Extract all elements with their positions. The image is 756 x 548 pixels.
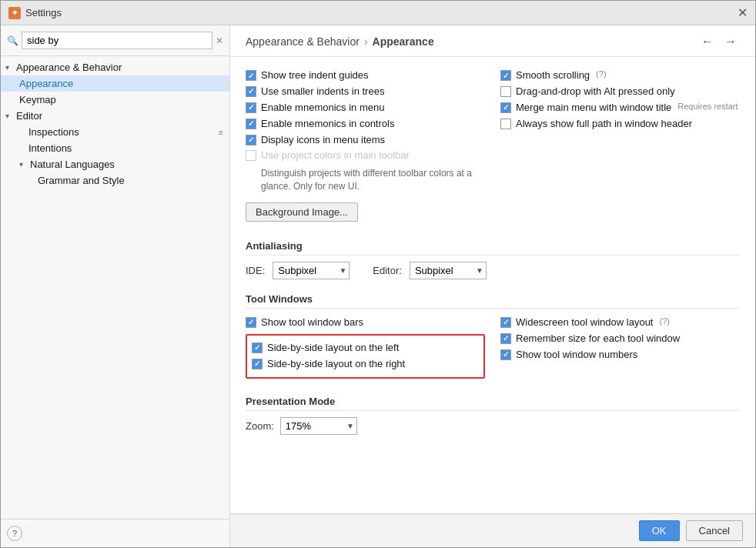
window-title: Settings <box>25 7 738 18</box>
title-bar: ✦ Settings ✕ <box>1 1 755 25</box>
side-by-side-left-label: Side-by-side layout on the left <box>267 342 399 355</box>
enable-mnemonics-controls-checkbox[interactable]: ✓ <box>246 119 256 129</box>
search-clear-icon[interactable]: ✕ <box>216 35 223 46</box>
drag-drop-row: Drag-and-drop with Alt pressed only <box>500 84 740 100</box>
appearance-settings-section: ✓ Show tree indent guides ✓ Use smaller … <box>246 68 740 226</box>
expand-arrow: ▾ <box>19 160 27 169</box>
show-tool-window-bars-checkbox[interactable]: ✓ <box>246 317 256 328</box>
always-show-path-label: Always show full path in window header <box>516 118 692 131</box>
display-icons-checkbox[interactable]: ✓ <box>246 135 256 145</box>
highlighted-box: ✓ Side-by-side layout on the left ✓ Side… <box>246 334 485 379</box>
enable-mnemonics-menu-checkbox[interactable]: ✓ <box>246 102 256 113</box>
sidebar-label: Appearance <box>19 78 73 89</box>
close-button[interactable]: ✕ <box>738 5 748 20</box>
ide-antialiasing-dropdown[interactable]: Subpixel <box>273 262 350 279</box>
remember-size-row: ✓ Remember size for each tool window <box>500 331 740 347</box>
smooth-scrolling-checkbox[interactable]: ✓ <box>500 70 511 81</box>
zoom-dropdown[interactable]: 175% <box>280 417 357 435</box>
presentation-title: Presentation Mode <box>246 396 740 411</box>
tool-windows-grid: ✓ Show tool window bars ✓ Side-by-side l… <box>246 315 740 382</box>
merge-main-menu-label: Merge main menu with window title <box>516 102 671 115</box>
display-icons-label: Display icons in menu items <box>261 134 385 147</box>
settings-grid: ✓ Show tree indent guides ✓ Use smaller … <box>246 68 740 226</box>
nav-arrows: ← → <box>698 33 740 50</box>
show-numbers-checkbox[interactable]: ✓ <box>500 349 511 360</box>
always-show-path-checkbox[interactable] <box>500 119 511 129</box>
expand-arrow: ▾ <box>5 63 13 72</box>
breadcrumb-separator: › <box>364 35 368 48</box>
side-by-side-left-row: ✓ Side-by-side layout on the left <box>252 340 479 356</box>
sidebar-label: Appearance & Behavior <box>16 62 122 73</box>
drag-drop-checkbox[interactable] <box>500 86 511 97</box>
sidebar-item-grammar-style[interactable]: Grammar and Style <box>1 172 229 189</box>
sidebar-item-appearance[interactable]: Appearance <box>1 75 229 92</box>
antialiasing-section: Antialiasing IDE: Subpixel ▼ Editor: <box>246 240 740 279</box>
sidebar-item-intentions[interactable]: Intentions <box>1 140 229 156</box>
sidebar-label: Natural Languages <box>30 159 115 170</box>
background-image-button[interactable]: Background Image... <box>246 202 358 222</box>
app-icon: ✦ <box>8 7 21 19</box>
show-tree-indent-label: Show tree indent guides <box>261 69 368 82</box>
use-project-colors-row: Use project colors in main toolbar <box>246 148 485 164</box>
widescreen-layout-checkbox[interactable]: ✓ <box>500 317 511 328</box>
ide-dropdown-wrap: Subpixel ▼ <box>273 262 350 279</box>
main-header: Appearance & Behavior › Appearance ← → <box>230 25 755 57</box>
use-project-colors-checkbox[interactable] <box>246 150 256 161</box>
side-by-side-right-checkbox[interactable]: ✓ <box>252 359 263 369</box>
widescreen-help-icon: (?) <box>659 316 669 326</box>
search-input[interactable] <box>22 32 212 49</box>
smaller-indents-checkbox[interactable]: ✓ <box>246 86 256 97</box>
bottom-right: OK Cancel <box>639 520 743 541</box>
zoom-label: Zoom: <box>246 420 274 432</box>
always-show-path-row: Always show full path in window header <box>500 116 740 132</box>
smooth-scrolling-help-icon: (?) <box>596 69 606 79</box>
merge-main-menu-checkbox[interactable]: ✓ <box>500 102 511 113</box>
enable-mnemonics-controls-label: Enable mnemonics in controls <box>261 118 394 131</box>
sidebar-bottom: ? <box>1 519 229 547</box>
main-panel: Appearance & Behavior › Appearance ← → <box>230 25 755 547</box>
editor-antialiasing-dropdown[interactable]: Subpixel <box>410 262 487 279</box>
ok-button[interactable]: OK <box>639 520 680 541</box>
sidebar-item-keymap[interactable]: Keymap <box>1 92 229 108</box>
merge-main-menu-note: Requires restart <box>677 102 738 111</box>
nav-forward-button[interactable]: → <box>721 33 740 50</box>
bottom-bar: OK Cancel <box>230 513 755 547</box>
presentation-section: Presentation Mode Zoom: 175% ▼ <box>246 396 740 435</box>
show-tree-indent-checkbox[interactable]: ✓ <box>246 70 256 81</box>
sidebar-tree: ▾ Appearance & Behavior Appearance Keyma… <box>1 56 229 519</box>
remember-size-checkbox[interactable]: ✓ <box>500 333 511 344</box>
enable-mnemonics-controls-row: ✓ Enable mnemonics in controls <box>246 116 485 132</box>
main-content: ✓ Show tree indent guides ✓ Use smaller … <box>230 57 755 513</box>
help-button[interactable]: ? <box>7 526 22 541</box>
nav-back-button[interactable]: ← <box>698 33 717 50</box>
widescreen-layout-label: Widescreen tool window layout <box>516 316 653 329</box>
sidebar: 🔍 ✕ ▾ Appearance & Behavior Appearance K… <box>1 25 230 547</box>
search-bar: 🔍 ✕ <box>1 25 229 56</box>
widescreen-layout-row: ✓ Widescreen tool window layout (?) <box>500 315 740 331</box>
project-colors-description: Distinguish projects with different tool… <box>261 167 485 193</box>
sidebar-label: Editor <box>16 110 42 122</box>
sidebar-item-natural-languages[interactable]: ▾ Natural Languages <box>1 156 229 172</box>
search-icon: 🔍 <box>7 35 18 46</box>
sidebar-item-appearance-behavior[interactable]: ▾ Appearance & Behavior <box>1 59 229 75</box>
sidebar-item-inspections[interactable]: Inspections ≡ <box>1 124 229 140</box>
tool-windows-section: Tool Windows ✓ Show tool window bars ✓ <box>246 293 740 382</box>
show-numbers-label: Show tool window numbers <box>516 349 637 362</box>
smooth-scrolling-row: ✓ Smooth scrolling (?) <box>500 68 740 84</box>
side-by-side-left-checkbox[interactable]: ✓ <box>252 342 263 353</box>
show-numbers-row: ✓ Show tool window numbers <box>500 347 740 363</box>
smaller-indents-row: ✓ Use smaller indents in trees <box>246 84 485 100</box>
use-project-colors-label: Use project colors in main toolbar <box>261 149 410 162</box>
sidebar-label: Intentions <box>28 142 72 154</box>
sidebar-item-editor[interactable]: ▾ Editor <box>1 108 229 124</box>
cancel-button[interactable]: Cancel <box>686 520 743 541</box>
settings-window: ✦ Settings ✕ 🔍 ✕ ▾ Appearance & Behavior… <box>0 0 756 548</box>
breadcrumb-current: Appearance <box>373 35 434 48</box>
antialiasing-title: Antialiasing <box>246 240 740 256</box>
show-tool-window-bars-label: Show tool window bars <box>261 316 363 329</box>
breadcrumb-parent: Appearance & Behavior <box>246 35 360 48</box>
zoom-row: Zoom: 175% ▼ <box>246 417 740 435</box>
right-column: ✓ Smooth scrolling (?) Drag-and-drop wit… <box>500 68 740 226</box>
side-by-side-right-row: ✓ Side-by-side layout on the right <box>252 356 479 373</box>
left-column: ✓ Show tree indent guides ✓ Use smaller … <box>246 68 485 226</box>
